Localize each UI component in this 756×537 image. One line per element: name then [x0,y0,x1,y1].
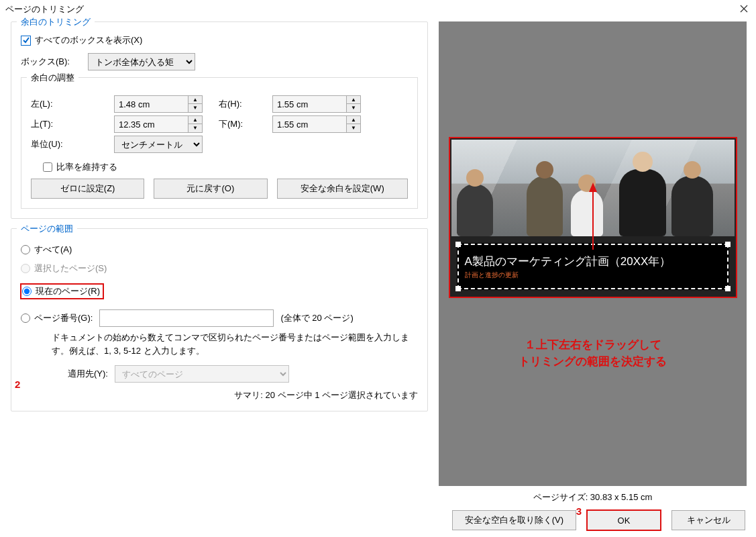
slide-subtitle: 計画と進捗の更新 [465,271,721,280]
range-current-radio[interactable]: 現在のページ(R) [21,284,103,299]
close-icon[interactable] [737,2,751,17]
page-range-summary: サマリ: 20 ページ中 1 ページ選択されています [21,389,418,401]
show-all-boxes-label: すべてのボックスを表示(X) [35,34,142,46]
bottom-spin-up[interactable]: ▲ [347,116,360,124]
margin-trim-group: 余白のトリミング すべてのボックスを表示(X) ボックス(B): トンボ全体が入… [11,21,428,219]
apply-to-label: 適用先(Y): [68,368,108,380]
page-preview[interactable]: A製品のマーケティング計画（20XX年） 計画と進捗の更新 １上下左右をドラッグ… [439,21,747,486]
keep-ratio-label: 比率を維持する [56,161,117,173]
margin-adjust-title: 余白の調整 [27,72,78,79]
page-size-label: ページサイズ: 30.83 x 5.15 cm [439,491,747,503]
box-select[interactable]: トンボ全体が入る矩 [88,53,195,70]
title-bar: ページのトリミング [0,0,756,19]
unit-select[interactable]: センチメートル [114,136,203,153]
top-input[interactable] [114,115,188,133]
left-label: 左(L): [31,98,98,110]
right-spin-up[interactable]: ▲ [347,96,360,104]
show-all-boxes-checkbox[interactable]: すべてのボックスを表示(X) [21,34,418,46]
annotation-arrow-icon [553,183,633,256]
left-spin-up[interactable]: ▲ [188,96,202,104]
unit-label: 単位(U): [31,138,98,150]
right-label: 右(H): [219,98,256,110]
annotation-text: １上下左右をドラッグして トリミングの範囲を決定する [519,337,667,370]
range-all-radio[interactable]: すべて(A) [21,244,418,256]
set-zero-button[interactable]: ゼロに設定(Z) [31,179,144,199]
cancel-button[interactable]: キャンセル [671,510,745,530]
keep-ratio-checkbox[interactable]: 比率を維持する [43,161,408,173]
right-spin-down[interactable]: ▼ [347,104,360,112]
right-input[interactable] [272,95,346,113]
checkmark-icon [21,36,31,46]
box-label: ボックス(B): [21,56,88,68]
range-pagenum-radio[interactable]: ページ番号(G): [21,312,93,324]
pagenum-total: (全体で 20 ページ) [280,312,353,324]
left-spin-down[interactable]: ▼ [188,104,202,112]
remove-safe-white-button[interactable]: 安全な空白を取り除く(V) [452,510,576,530]
apply-to-select: すべてのページ [115,365,289,383]
ok-button[interactable]: OK [587,510,661,530]
margin-trim-title: 余白のトリミング [17,16,95,23]
page-range-help: ドキュメントの始めから数えてコンマで区切られたページ番号またはページ範囲を入力し… [52,331,418,357]
dialog-title: ページのトリミング [5,3,84,15]
svg-marker-3 [589,183,597,192]
bottom-label: 下(M): [219,118,256,130]
reset-button[interactable]: 元に戻す(O) [154,179,267,199]
pagenum-input[interactable] [99,309,274,327]
top-spin-down[interactable]: ▼ [188,124,202,132]
margin-adjust-group: 余白の調整 左(L): ▲▼ 右(H): ▲▼ [21,77,418,209]
left-input[interactable] [114,95,188,113]
page-range-group: ページの範囲 すべて(A) 選択したページ(S) 現在のページ(R) ページ番号… [11,228,428,411]
page-range-title: ページの範囲 [17,223,77,230]
range-selected-radio: 選択したページ(S) [21,262,418,275]
top-spin-up[interactable]: ▲ [188,116,202,124]
bottom-input[interactable] [272,115,346,133]
dialog-button-bar: 安全な空白を取り除く(V) OK キャンセル [0,503,756,537]
safe-margin-button[interactable]: 安全な余白を設定(W) [277,179,409,199]
top-label: 上(T): [31,118,98,130]
bottom-spin-down[interactable]: ▼ [347,124,360,132]
